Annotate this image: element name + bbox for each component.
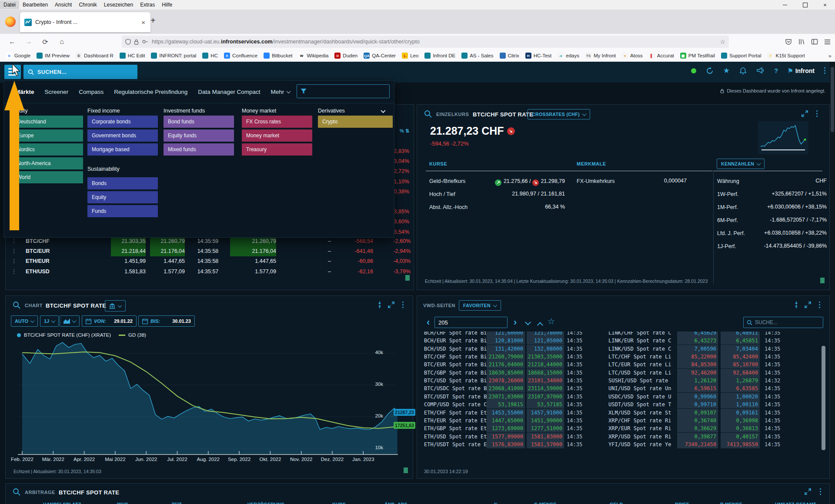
column-header-zeit[interactable]: ZEIT▲ — [171, 502, 187, 504]
column-header-whg[interactable]: WHG▲ — [117, 502, 134, 504]
menu-item-money-market[interactable]: Money market — [242, 129, 312, 142]
page-up-icon[interactable] — [537, 322, 543, 328]
library-icon[interactable] — [798, 38, 805, 45]
bookmark-item[interactable]: TSMy Infront — [585, 53, 616, 59]
bookmark-item[interactable]: XConfluence — [224, 53, 257, 59]
vwd-search-input[interactable]: SUCHE... — [743, 317, 823, 328]
menu-item-government-bonds[interactable]: Government bonds — [87, 129, 158, 142]
period-dropdown[interactable]: 1J — [40, 315, 59, 327]
menu-tab-screener[interactable]: Screener — [45, 89, 69, 95]
column-header-verz-gerung[interactable]: VERZÖGERUNG▲ — [247, 502, 290, 504]
kennzahlen-dropdown[interactable]: KENNZAHLEN — [717, 159, 765, 169]
url-bar[interactable]: https://gateway.cloud-uat.eu.infrontserv… — [122, 36, 729, 48]
pocket-icon[interactable] — [785, 38, 792, 45]
bookmark-item[interactable]: Support Portal — [721, 53, 762, 59]
menu-item-equity-funds[interactable]: Equity funds — [164, 129, 234, 142]
table-row[interactable]: ⋮BTC/EUR21.218,4421.176,0414:35:5821.176… — [6, 246, 414, 256]
bookmark-item[interactable]: Infront DE — [424, 53, 455, 59]
vwd-row[interactable]: BTC/USDT Spot rate B23071,0300023107,970… — [417, 393, 822, 401]
vwd-row[interactable]: BCH/USD Spot rate Bi131,42000132,0800014… — [417, 345, 822, 353]
global-search-input[interactable]: SUCHEN... — [23, 65, 137, 79]
menu-item-corporate-bonds[interactable]: Corporate bonds — [87, 116, 158, 128]
date-from-field[interactable]: VON: 29.01.22 — [82, 315, 137, 327]
panel-kebab-icon[interactable] — [819, 302, 820, 308]
vwd-row[interactable]: ETH/GBP Spot rate Et1273,690001277,51000… — [417, 424, 822, 432]
vwd-row[interactable]: ETH/EUR Spot rate Et1447,650001451,99000… — [417, 417, 822, 424]
forward-icon[interactable]: → — [24, 38, 33, 46]
bookmark-item[interactable]: GGoogle — [6, 53, 30, 59]
column-header-brief[interactable]: BRIEF▲ — [675, 502, 694, 504]
minimize-button[interactable] — [775, 0, 795, 10]
favorite-star-icon[interactable]: ☆ — [548, 316, 555, 326]
tab-close-icon[interactable]: × — [140, 19, 146, 26]
menubar-item-bearbeiten[interactable]: Bearbeiten — [19, 0, 51, 9]
menu-item-treasury[interactable]: Treasury — [242, 143, 312, 156]
chevron-down-icon[interactable] — [381, 108, 385, 113]
collapse-icon[interactable] — [376, 301, 383, 308]
bookmark-item[interactable]: IM Preview — [37, 53, 70, 59]
expand-icon[interactable] — [804, 488, 812, 495]
vwd-row[interactable]: ETH/USDT Spot rate E1576,830001581,57000… — [417, 441, 822, 448]
firefox-icon[interactable] — [5, 17, 16, 27]
expand-icon[interactable] — [387, 301, 395, 308]
bookmark-item[interactable]: HC Edit — [120, 53, 145, 59]
bookmark-item[interactable]: Citrix — [500, 53, 519, 59]
page-next-icon[interactable]: › — [514, 317, 517, 328]
column-header-geld[interactable]: GELD▲ — [610, 502, 628, 504]
back-icon[interactable]: ← — [8, 38, 17, 46]
menu-item-bonds[interactable]: Bonds — [87, 177, 158, 189]
vwd-row[interactable]: BTC/EUR Spot rate Bi21176,0400021218,440… — [417, 361, 822, 368]
column-header-b-menge[interactable]: B.MENGE▲ — [720, 502, 747, 504]
help-icon[interactable]: ? — [774, 67, 778, 74]
column-header-g-menge[interactable]: G.MENGE▲ — [534, 502, 561, 504]
vwd-row[interactable]: BTC/CHF Spot rate Bi21260,7900021303,350… — [417, 353, 822, 361]
bookmark-item[interactable]: ♔Dashboard R — [76, 53, 114, 59]
menubar-item-hilfe[interactable]: Hilfe — [158, 0, 176, 9]
menu-item-bond-funds[interactable]: Bond funds — [164, 116, 234, 128]
bookmark-item[interactable]: ●Atoss — [622, 53, 643, 59]
vwd-scrollbar[interactable] — [822, 346, 825, 450]
column-header--nd-abs[interactable]: ÄND. ABS▲ — [384, 502, 412, 504]
page-number-input[interactable]: 205 — [434, 317, 508, 328]
menubar-item-chronik[interactable]: Chronik — [75, 0, 100, 9]
column-header-kurs[interactable]: KURS▲ — [332, 502, 351, 504]
bookmark-item[interactable]: QAQA-Center — [364, 53, 396, 59]
menu-filter-input[interactable] — [297, 84, 390, 98]
vwd-row[interactable]: ETH/USD Spot rate Et1577,090001581,83000… — [417, 433, 822, 441]
menubar-item-lesezeichen[interactable]: Lesezeichen — [100, 0, 137, 9]
table-row[interactable]: ⋮ETH/EUR1.451,991.447,6514:35:581.447,65… — [6, 256, 414, 266]
vwd-row[interactable]: BTC/USDC Spot rate B23068,4100023114,590… — [417, 385, 822, 392]
toolbar-kebab-icon[interactable] — [824, 67, 825, 74]
notifications-bell-icon[interactable] — [739, 67, 747, 75]
home-icon[interactable]: ⌂ — [57, 38, 66, 46]
vwd-row[interactable]: BTC/USD Spot rate Bi23078,2600023101,340… — [417, 377, 822, 385]
favorites-dropdown[interactable]: FAVORITEN — [459, 300, 501, 311]
favorites-star-icon[interactable]: ★ — [723, 66, 730, 75]
pct-column-header[interactable]: % ⇅ — [400, 128, 409, 134]
menubar-item-extras[interactable]: Extras — [137, 0, 158, 9]
panel-kebab-icon[interactable] — [816, 110, 818, 117]
bookmark-item[interactable]: INFRONT: portal — [151, 53, 196, 59]
menubar-item-ansicht[interactable]: Ansicht — [51, 0, 75, 9]
exchange-dropdown[interactable] — [105, 300, 126, 312]
column-header-handelsplatz[interactable]: HANDELSPLATZ▲ — [43, 502, 86, 504]
bookmark-item[interactable]: ▌Accurat — [649, 53, 674, 59]
sidebar-icon[interactable] — [811, 38, 818, 45]
bookmark-item[interactable]: Bitbucket — [264, 53, 292, 59]
scale-auto-dropdown[interactable]: AUTO — [11, 315, 38, 327]
bookmark-item[interactable]: AS - Sales — [461, 53, 493, 59]
column-header-%[interactable]: %▲ — [494, 502, 503, 504]
sync-icon[interactable] — [706, 67, 714, 75]
collapse-icon[interactable] — [793, 301, 800, 308]
expand-icon[interactable] — [804, 301, 812, 308]
bookmark-item[interactable]: WWikipedia — [298, 53, 328, 59]
vwd-row[interactable]: COMP/USD Spot rate C53,1981553,5718514:3… — [417, 401, 822, 408]
menu-item-fx-cross-rates[interactable]: FX Cross rates — [242, 116, 312, 128]
bookmark-item[interactable]: -eedays — [558, 53, 579, 59]
menu-item-funds[interactable]: Funds — [87, 205, 158, 217]
browser-tab[interactable]: Crypto - Infront ... × — [20, 12, 150, 32]
reload-icon[interactable]: ⟳ — [41, 38, 50, 46]
expand-icon[interactable] — [801, 110, 808, 117]
maximize-button[interactable] — [795, 0, 815, 10]
menu-tab-data-manager-compact[interactable]: Data Manager Compact — [198, 89, 260, 95]
